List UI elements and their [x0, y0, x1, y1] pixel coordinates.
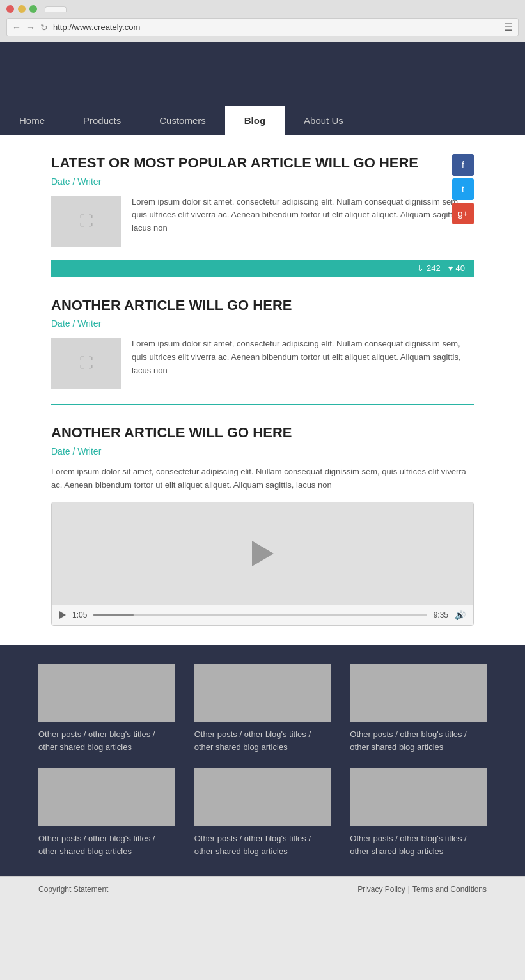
volume-icon[interactable]: 🔊	[455, 610, 466, 620]
video-player: 1:05 9:35 🔊	[51, 502, 474, 626]
blog-grid: Other posts / other blog's titles / othe…	[38, 664, 487, 857]
twitter-icon: t	[462, 184, 464, 194]
blog-card-text-6: Other posts / other blog's titles / othe…	[350, 832, 487, 857]
image-placeholder-icon-2: ⛶	[79, 355, 93, 371]
article1-title: LATEST OR MOST POPULAR ARTICLE WILL GO H…	[51, 154, 474, 173]
video-play-small-button[interactable]	[59, 611, 66, 619]
url-input[interactable]	[53, 22, 499, 32]
googleplus-icon: g+	[458, 208, 468, 219]
facebook-button[interactable]: f	[452, 154, 474, 176]
blog-card-text-1: Other posts / other blog's titles / othe…	[38, 728, 175, 753]
video-time-total: 9:35	[434, 611, 448, 619]
footer-links: Privacy Policy | Terms and Conditions	[357, 885, 487, 894]
browser-titlebar	[6, 5, 519, 13]
video-progress-fill	[93, 614, 134, 616]
terms-link[interactable]: Terms and Conditions	[412, 885, 487, 894]
video-time-current: 1:05	[72, 611, 87, 619]
like-count: ♥ 40	[448, 263, 465, 273]
footer-section: Other posts / other blog's titles / othe…	[0, 645, 525, 876]
content-area: f t g+ LATEST OR MOST POPULAR ARTICLE WI…	[0, 135, 525, 645]
blog-thumb-6	[350, 768, 487, 826]
blog-card-text-2: Other posts / other blog's titles / othe…	[194, 728, 331, 753]
stats-bar: ⇓ 242 ♥ 40	[51, 260, 474, 277]
blog-thumb-5	[194, 768, 331, 826]
video-play-button[interactable]	[252, 541, 274, 566]
divider	[51, 404, 474, 405]
heart-icon: ♥	[448, 263, 453, 273]
blog-card-6[interactable]: Other posts / other blog's titles / othe…	[350, 768, 487, 857]
blog-card-2[interactable]: Other posts / other blog's titles / othe…	[194, 664, 331, 753]
address-bar: ← → ↻ ☰	[6, 18, 519, 36]
nav-customers[interactable]: Customers	[140, 106, 225, 135]
traffic-light-yellow[interactable]	[18, 5, 26, 13]
nav-blog[interactable]: Blog	[225, 106, 285, 135]
video-screen[interactable]	[52, 502, 473, 605]
page-wrapper: Home Products Customers Blog About Us f …	[0, 42, 525, 901]
nav-products[interactable]: Products	[64, 106, 140, 135]
privacy-link[interactable]: Privacy Policy	[357, 885, 405, 894]
traffic-light-red[interactable]	[6, 5, 14, 13]
footer-bottom: Copyright Statement Privacy Policy | Ter…	[0, 876, 525, 901]
nav-home[interactable]: Home	[0, 106, 64, 135]
facebook-icon: f	[462, 160, 464, 170]
video-controls: 1:05 9:35 🔊	[52, 605, 473, 625]
blog-card-4[interactable]: Other posts / other blog's titles / othe…	[38, 768, 175, 857]
article1-meta[interactable]: Date / Writer	[51, 176, 474, 187]
article2-meta[interactable]: Date / Writer	[51, 318, 474, 329]
blog-thumb-3	[350, 664, 487, 722]
article3-title: ANOTHER ARTICLE WILL GO HERE	[51, 424, 474, 442]
refresh-button[interactable]: ↻	[40, 22, 48, 33]
article1-thumbnail: ⛶	[51, 196, 121, 247]
article1-body: ⛶ Lorem ipsum dolor sit amet, consectetu…	[51, 196, 474, 247]
main-nav: Home Products Customers Blog About Us	[0, 106, 525, 135]
image-placeholder-icon: ⛶	[79, 213, 93, 229]
browser-chrome: ← → ↻ ☰	[0, 0, 525, 42]
video-progress-bar[interactable]	[93, 614, 427, 616]
menu-icon[interactable]: ☰	[504, 21, 513, 33]
browser-tab[interactable]	[45, 6, 67, 12]
blog-card-1[interactable]: Other posts / other blog's titles / othe…	[38, 664, 175, 753]
hero-banner	[0, 42, 525, 106]
article2-title: ANOTHER ARTICLE WILL GO HERE	[51, 297, 474, 315]
footer-separator: |	[408, 885, 410, 894]
article3-text: Lorem ipsum dolor sit amet, consectetur …	[51, 465, 474, 492]
blog-card-text-4: Other posts / other blog's titles / othe…	[38, 832, 175, 857]
blog-card-5[interactable]: Other posts / other blog's titles / othe…	[194, 768, 331, 857]
article2-section: ANOTHER ARTICLE WILL GO HERE Date / Writ…	[51, 297, 474, 389]
article3-section: ANOTHER ARTICLE WILL GO HERE Date / Writ…	[51, 424, 474, 626]
blog-card-text-3: Other posts / other blog's titles / othe…	[350, 728, 487, 753]
download-count: ⇓ 242	[417, 263, 441, 273]
blog-thumb-1	[38, 664, 175, 722]
download-icon: ⇓	[417, 263, 424, 273]
blog-thumb-2	[194, 664, 331, 722]
article2-thumbnail: ⛶	[51, 338, 121, 389]
forward-button[interactable]: →	[26, 22, 35, 33]
back-button[interactable]: ←	[12, 22, 21, 33]
blog-card-text-5: Other posts / other blog's titles / othe…	[194, 832, 331, 857]
copyright-text: Copyright Statement	[38, 885, 108, 894]
article3-meta[interactable]: Date / Writer	[51, 446, 474, 456]
twitter-button[interactable]: t	[452, 178, 474, 200]
social-sidebar: f t g+	[452, 154, 474, 224]
blog-thumb-4	[38, 768, 175, 826]
nav-about[interactable]: About Us	[285, 106, 363, 135]
article1-text: Lorem ipsum dolor sit amet, consectetur …	[132, 196, 474, 235]
googleplus-button[interactable]: g+	[452, 203, 474, 224]
article-featured: f t g+ LATEST OR MOST POPULAR ARTICLE WI…	[51, 154, 474, 277]
article2-text: Lorem ipsum dolor sit amet, consectetur …	[132, 338, 474, 377]
traffic-lights	[6, 5, 37, 13]
article2-body: ⛶ Lorem ipsum dolor sit amet, consectetu…	[51, 338, 474, 389]
traffic-light-green[interactable]	[29, 5, 37, 13]
blog-card-3[interactable]: Other posts / other blog's titles / othe…	[350, 664, 487, 753]
